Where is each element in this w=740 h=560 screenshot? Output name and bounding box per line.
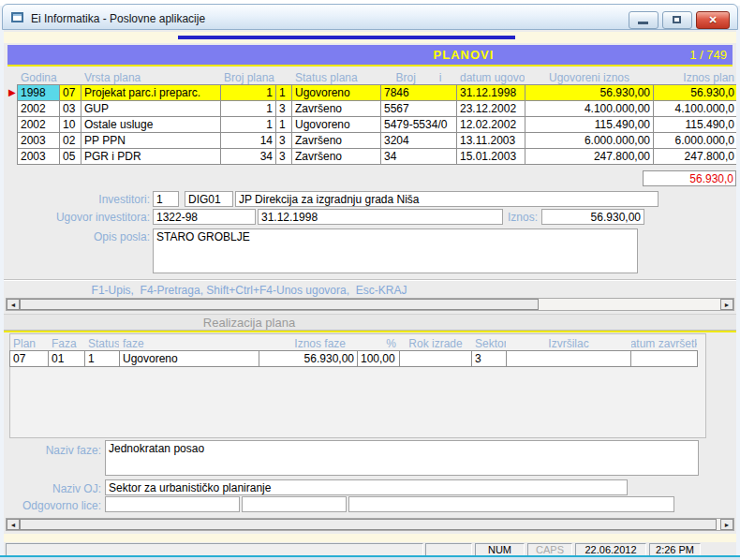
cell-status-code[interactable]: 3 [276, 133, 291, 148]
minimize-button[interactable] [629, 11, 659, 29]
scrollbar-thumb[interactable] [20, 519, 717, 530]
realization-hscrollbar[interactable]: ◄ ► [6, 518, 734, 531]
app-icon [11, 12, 23, 22]
cell-status-code[interactable]: 3 [276, 101, 291, 116]
cell-iznos-faze[interactable]: 56.930,00 [259, 351, 357, 366]
cell-ugovoreni[interactable]: 4.100.000,00 [525, 101, 653, 116]
col-status-code [276, 70, 291, 84]
ugovor-broj-field[interactable]: 1322-98 [153, 209, 256, 225]
cell-status[interactable]: Ugovoreno [292, 117, 380, 132]
cell-datum[interactable]: 31.12.1998 [457, 85, 525, 100]
scroll-left-icon[interactable]: ◄ [7, 299, 20, 310]
cell-iznos-plana[interactable]: 247.800,0 [654, 149, 736, 164]
cell-status[interactable]: Ugovoreno [292, 85, 380, 100]
cell-vrsta-code[interactable]: 10 [60, 117, 81, 132]
cell-ugovoreni[interactable]: 6.000.000,00 [525, 133, 653, 148]
col-datum-zavrsetka: Datum završetka [631, 336, 697, 350]
plans-hscrollbar[interactable]: ◄ ► [6, 298, 734, 311]
cell-status-code[interactable]: 1 [276, 117, 291, 132]
cell-vrsta[interactable]: PGR i PDR [81, 149, 220, 164]
odgovorno-lice-field-1[interactable] [105, 496, 240, 512]
cell-ugovoreni[interactable]: 247.800,00 [525, 149, 653, 164]
minimize-icon [638, 22, 648, 24]
cell-vrsta[interactable]: Projekat parc.i preparc. [81, 85, 220, 100]
yellow-separator [7, 65, 733, 66]
cell-izvrsilac[interactable] [507, 351, 630, 366]
cell-broj-plana[interactable]: 1 [221, 117, 275, 132]
cell-vrsta[interactable]: Ostale usluge [81, 117, 220, 132]
cell-godina[interactable]: 2002 [18, 117, 59, 132]
cell-status-code[interactable]: 3 [276, 149, 291, 164]
cell-godina[interactable]: 1998 [18, 85, 59, 100]
scroll-right-icon[interactable]: ► [720, 519, 733, 530]
cell-iznos-plana[interactable]: 115.490,0 [654, 117, 736, 132]
investitor-name-field[interactable]: JP Direkcija za izgradnju grada Niša [235, 191, 659, 207]
cell-godina[interactable]: 2003 [18, 133, 59, 148]
cell-broj-ugovora[interactable]: 5567 [381, 101, 456, 116]
iznos-label: Iznos: [491, 211, 538, 224]
cell-godina[interactable]: 2003 [18, 149, 59, 164]
odgovorno-lice-field-2[interactable] [242, 496, 347, 512]
ugovor-datum-field[interactable]: 31.12.1998 [258, 209, 503, 225]
cell-ugovoreni[interactable]: 56.930,00 [525, 85, 653, 100]
title-bar[interactable]: Ei Informatika - Poslovne aplikacije ✕ [2, 4, 738, 30]
cell-datum[interactable]: 15.01.2003 [457, 149, 525, 164]
cell-ugovoreni[interactable]: 115.490,00 [525, 117, 653, 132]
realization-grid-header: Plan Faza Status faze Iznos faze % Rok i… [9, 335, 698, 351]
cell-status[interactable]: Završeno [292, 149, 380, 164]
col-status: Status plana [292, 70, 380, 84]
cell-broj-ugovora[interactable]: 7846 [381, 85, 456, 100]
cell-iznos-plana[interactable]: 56.930,0 [654, 85, 736, 100]
cell-broj-plana[interactable]: 14 [221, 133, 275, 148]
cell-faza[interactable]: 01 [49, 351, 84, 366]
cell-godina[interactable]: 2002 [18, 101, 59, 116]
cell-status-code[interactable]: 1 [276, 85, 291, 100]
num-lock-indicator: NUM [475, 543, 525, 556]
opis-posla-field[interactable]: STARO GROBLJE [153, 228, 638, 273]
cell-rok-izrade[interactable] [400, 351, 471, 366]
cell-broj-ugovora[interactable]: 5479-5534/0 [381, 117, 456, 132]
cell-vrsta-code[interactable]: 07 [60, 85, 81, 100]
cell-broj-plana[interactable]: 34 [221, 149, 275, 164]
col-faze: faze [120, 336, 259, 350]
scroll-left-icon[interactable]: ◄ [7, 519, 20, 530]
close-button[interactable]: ✕ [696, 11, 730, 29]
cell-sektor[interactable]: 3 [472, 351, 506, 366]
cell-plan[interactable]: 07 [10, 351, 48, 366]
hint-bar: F1-Upis, F4-Pretraga, Shift+Ctrl+F4-Unos… [4, 284, 495, 297]
cell-status-faze[interactable]: 1 [85, 351, 119, 366]
cell-iznos-plana[interactable]: 6.000.000,0 [654, 133, 736, 148]
form-content: PLANOVI 1 / 749 Godina Vrsta plana Broj … [4, 30, 736, 556]
cell-broj-ugovora[interactable]: 3204 [381, 133, 456, 148]
status-empty-panel [425, 543, 472, 556]
naziv-oj-field[interactable]: Sektor za urbanističko planiranje [105, 479, 628, 495]
investitor-id-field[interactable]: 1 [153, 191, 179, 207]
cell-vrsta-code[interactable]: 05 [60, 149, 81, 164]
status-date: 22.06.2012 [575, 543, 646, 556]
cell-iznos-plana[interactable]: 4.100.000,0 [654, 101, 736, 116]
cell-status[interactable]: Završeno [292, 133, 380, 148]
maximize-button[interactable] [662, 11, 692, 29]
cell-vrsta-code[interactable]: 02 [60, 133, 81, 148]
cell-procenat[interactable]: 100,00 [358, 351, 399, 366]
cell-vrsta[interactable]: GUP [81, 101, 220, 116]
application-window: Ei Informatika - Poslovne aplikacije ✕ P… [0, 0, 740, 560]
cell-vrsta[interactable]: PP PPN [81, 133, 220, 148]
investitor-code-field[interactable]: DIG01 [185, 191, 233, 207]
cell-status[interactable]: Završeno [292, 101, 380, 116]
cell-datum-zavrsetka[interactable] [631, 351, 697, 366]
cell-broj-plana[interactable]: 1 [221, 85, 275, 100]
cell-broj-ugovora[interactable]: 34 [381, 149, 456, 164]
odgovorno-lice-field-3[interactable] [348, 496, 674, 512]
scrollbar-thumb[interactable] [20, 299, 539, 310]
cell-datum[interactable]: 13.11.2003 [457, 133, 525, 148]
cell-broj-plana[interactable]: 1 [221, 101, 275, 116]
scroll-right-icon[interactable]: ► [720, 299, 733, 310]
cell-vrsta-code[interactable]: 03 [60, 101, 81, 116]
cell-faze[interactable]: Ugovoreno [120, 351, 259, 366]
record-counter: 1 / 749 [689, 48, 727, 62]
cell-datum[interactable]: 23.12.2002 [457, 101, 525, 116]
cell-datum[interactable]: 12.02.2002 [457, 117, 525, 132]
iznos-field[interactable]: 56.930,00 [541, 209, 644, 225]
naziv-faze-field[interactable]: Jednokratan posao [105, 440, 699, 476]
